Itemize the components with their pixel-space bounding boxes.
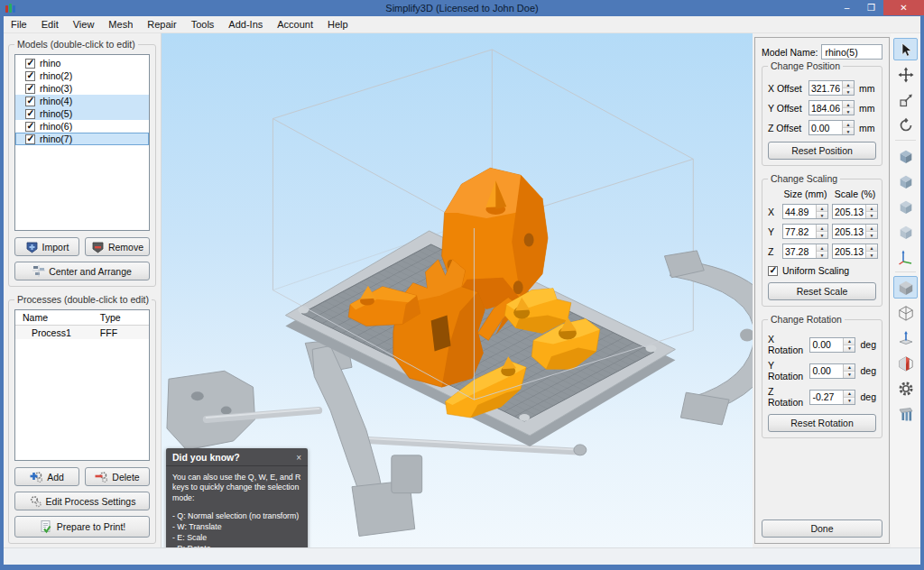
add-process-button[interactable]: Add	[14, 467, 79, 486]
process-table-header: Name Type	[15, 310, 149, 326]
spinner-control[interactable]: ▲▼	[843, 364, 855, 378]
support-structures-tool[interactable]	[893, 402, 918, 425]
spinner-control[interactable]: ▲▼	[816, 244, 827, 258]
y-size-input[interactable]: ▲▼	[782, 224, 828, 239]
menu-file[interactable]: File	[4, 16, 34, 33]
model-checkbox[interactable]	[25, 134, 35, 144]
edit-process-settings-button[interactable]: Edit Process Settings	[14, 492, 150, 510]
model-checkbox[interactable]	[25, 59, 35, 69]
menu-addins[interactable]: Add-Ins	[221, 16, 270, 33]
scale-tool[interactable]	[893, 88, 918, 111]
model-list-item[interactable]: rhino(4)	[15, 95, 149, 107]
import-button[interactable]: Import	[14, 237, 79, 256]
close-button[interactable]: ✕	[883, 0, 924, 15]
z-rotation-input[interactable]: ▲▼	[809, 390, 855, 405]
x-scale-input[interactable]: ▲▼	[832, 204, 878, 219]
printer-frame-right	[664, 251, 753, 425]
machine-settings-tool[interactable]	[893, 377, 918, 400]
reset-scale-button[interactable]: Reset Scale	[768, 282, 876, 300]
model-checkbox[interactable]	[25, 122, 35, 132]
prepare-to-print-button[interactable]: Prepare to Print!	[14, 516, 150, 538]
y-rotation-input[interactable]: ▲▼	[809, 363, 855, 379]
process-row[interactable]: Process1 FFF	[15, 326, 149, 339]
spinner-control[interactable]: ▲▼	[865, 205, 877, 218]
coordinate-axes-tool[interactable]	[893, 245, 918, 268]
spinner-control[interactable]: ▲▼	[842, 121, 854, 134]
menu-edit[interactable]: Edit	[34, 16, 66, 33]
y-offset-input[interactable]: ▲▼	[808, 100, 855, 115]
x-size-input[interactable]: ▲▼	[782, 204, 828, 219]
add-icon	[30, 471, 43, 483]
cross-section-tool[interactable]	[893, 352, 918, 374]
z-scale-input[interactable]: ▲▼	[832, 244, 878, 259]
viewport-3d[interactable]: Did you know? × You can also use the Q, …	[162, 33, 753, 547]
model-checkbox[interactable]	[25, 84, 35, 94]
model-checkbox[interactable]	[25, 71, 35, 81]
z-size-input[interactable]: ▲▼	[782, 244, 828, 259]
menu-help[interactable]: Help	[320, 16, 356, 33]
y-scale-input[interactable]: ▲▼	[832, 224, 878, 239]
process-table[interactable]: Name Type Process1 FFF	[14, 309, 150, 461]
wireframe-render-tool[interactable]	[893, 301, 918, 324]
view-preset-2[interactable]	[893, 170, 918, 192]
surface-normals-tool[interactable]	[893, 326, 918, 349]
view-preset-4[interactable]	[893, 220, 918, 243]
reset-rotation-button[interactable]: Reset Rotation	[768, 414, 876, 432]
window-title: Simplify3D (Licensed to John Doe)	[0, 3, 924, 14]
spinner-control[interactable]: ▲▼	[843, 391, 855, 404]
model-list-item[interactable]: rhino(7)	[15, 133, 149, 145]
view-preset-3[interactable]	[893, 195, 918, 217]
scale-icon	[898, 92, 914, 108]
spinner-control[interactable]: ▲▼	[843, 338, 855, 352]
menu-mesh[interactable]: Mesh	[101, 16, 140, 33]
spinner-control[interactable]: ▲▼	[865, 244, 877, 258]
model-list-item[interactable]: rhino(6)	[15, 120, 149, 133]
z-offset-input[interactable]: ▲▼	[808, 120, 855, 135]
remove-button[interactable]: Remove	[85, 237, 150, 256]
view-preset-1[interactable]	[893, 144, 918, 167]
model-list-item[interactable]: rhino(5)	[15, 107, 149, 120]
spinner-control[interactable]: ▲▼	[842, 101, 854, 115]
cross-section-icon	[898, 355, 914, 372]
maximize-button[interactable]: ❐	[859, 0, 883, 15]
spinner-control[interactable]: ▲▼	[865, 225, 877, 238]
delete-process-button[interactable]: Delete	[85, 467, 150, 486]
rotate-tool[interactable]	[893, 114, 918, 136]
solid-render-tool[interactable]	[893, 276, 918, 299]
x-offset-input[interactable]: ▲▼	[808, 80, 855, 96]
processes-group: Processes (double-click to edit) Name Ty…	[8, 299, 156, 544]
spinner-control[interactable]: ▲▼	[816, 205, 827, 218]
select-cursor-tool[interactable]	[893, 38, 918, 60]
menu-repair[interactable]: Repair	[140, 16, 183, 33]
spinner-control[interactable]: ▲▼	[842, 81, 854, 95]
did-you-know-body: You can also use the Q, W, E, and R keys…	[172, 473, 301, 503]
menu-view[interactable]: View	[66, 16, 102, 33]
menu-account[interactable]: Account	[270, 16, 320, 33]
model-list-item[interactable]: rhino	[15, 57, 149, 69]
done-button[interactable]: Done	[762, 519, 882, 538]
did-you-know-panel: Did you know? × You can also use the Q, …	[166, 448, 308, 547]
menu-tools[interactable]: Tools	[184, 16, 222, 33]
x-rotation-input[interactable]: ▲▼	[809, 337, 855, 353]
translate-tool[interactable]	[893, 63, 918, 86]
model-checkbox[interactable]	[25, 97, 35, 106]
minimize-button[interactable]: –	[835, 0, 859, 15]
uniform-scaling-checkbox[interactable]	[768, 266, 778, 276]
model-checkbox[interactable]	[25, 109, 35, 119]
scale-header: Scale (%)	[832, 188, 878, 199]
supports-icon	[898, 406, 914, 422]
change-position-group: Change Position X Offset ▲▼ mm Y Offset …	[762, 66, 882, 166]
model-name-input[interactable]	[821, 44, 882, 60]
center-arrange-button[interactable]: Center and Arrange	[14, 262, 150, 280]
spinner-control[interactable]: ▲▼	[816, 225, 827, 238]
cube-view-icon	[898, 173, 914, 189]
model-list[interactable]: rhino rhino(2) rhino(3) rhino(4) rhino(5…	[14, 54, 150, 231]
model-list-item[interactable]: rhino(2)	[15, 69, 149, 82]
wireframe-cube-icon	[898, 305, 914, 321]
reset-position-button[interactable]: Reset Position	[768, 142, 876, 160]
model-list-item[interactable]: rhino(3)	[15, 82, 149, 95]
rotate-icon	[898, 117, 914, 133]
tooltip-close-icon[interactable]: ×	[296, 453, 301, 463]
cursor-icon	[898, 41, 914, 58]
cube-view-icon	[898, 148, 914, 164]
